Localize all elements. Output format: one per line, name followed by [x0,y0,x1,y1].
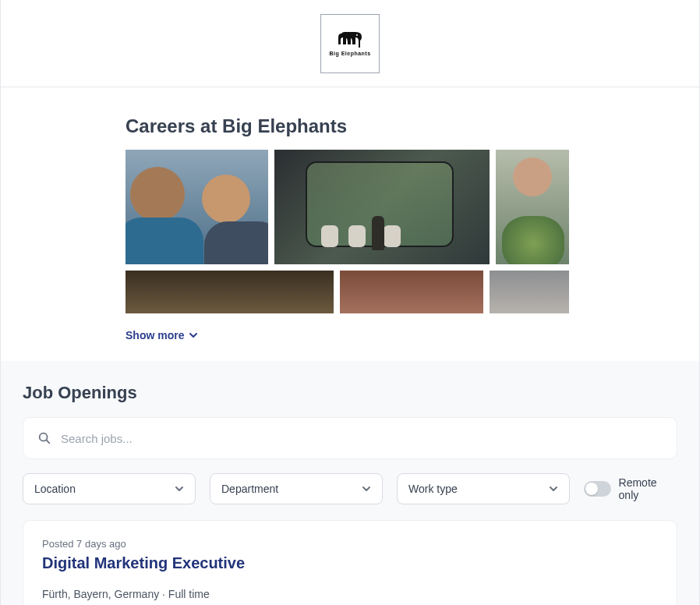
remote-only-toggle[interactable] [584,481,611,497]
remote-only-control: Remote only [584,476,677,501]
job-title: Digital Marketing Executive [42,554,658,572]
company-logo[interactable]: Big Elephants [320,14,380,73]
careers-title: Careers at Big Elephants [126,115,574,137]
show-more-label: Show more [126,329,184,341]
search-box[interactable] [23,417,677,459]
gallery-photo[interactable] [340,271,483,313]
job-openings-section: Job Openings Location Department Work ty… [1,361,699,605]
department-select[interactable]: Department [210,473,383,504]
logo-text: Big Elephants [329,51,370,56]
elephant-icon [337,30,363,48]
location-select-label: Location [34,483,76,495]
chevron-down-icon [175,484,184,494]
department-select-label: Department [221,483,278,495]
gallery-photo[interactable] [126,150,268,264]
job-meta: Fürth, Bayern, Germany · Full time [42,588,658,600]
job-openings-heading: Job Openings [23,383,677,403]
remote-only-label: Remote only [619,476,677,501]
photo-gallery [126,150,574,313]
site-header: Big Elephants [1,0,699,87]
worktype-select[interactable]: Work type [397,473,570,504]
gallery-photo[interactable] [496,150,569,264]
show-more-button[interactable]: Show more [126,329,198,341]
job-card[interactable]: Posted 7 days ago Digital Marketing Exec… [23,520,677,605]
job-posted-date: Posted 7 days ago [42,538,658,550]
gallery-photo[interactable] [126,271,334,313]
filters-row: Location Department Work type Remote onl… [23,473,677,504]
search-icon [37,431,51,445]
chevron-down-icon [189,331,198,340]
location-select[interactable]: Location [23,473,196,504]
worktype-select-label: Work type [408,483,458,495]
chevron-down-icon [362,484,371,494]
svg-line-1 [47,440,50,444]
careers-section: Careers at Big Elephants Show more [1,87,699,361]
search-input[interactable] [61,432,663,445]
chevron-down-icon [549,484,558,494]
gallery-photo[interactable] [490,271,569,313]
gallery-photo[interactable] [274,150,490,264]
